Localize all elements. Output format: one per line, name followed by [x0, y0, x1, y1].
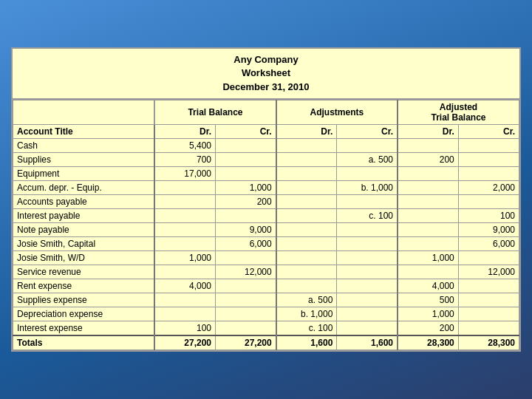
account-name-cell: Interest payable [13, 208, 155, 222]
data-cell [276, 279, 337, 293]
data-cell [276, 265, 337, 279]
account-name-cell: Service revenue [13, 265, 155, 279]
data-cell [458, 321, 519, 335]
header-adj-cr: Cr. [337, 124, 398, 138]
data-cell [458, 138, 519, 152]
header-tb-dr: Dr. [154, 124, 215, 138]
data-cell: 100 [154, 321, 215, 335]
data-cell [337, 250, 398, 265]
worksheet-container: Any Company Worksheet December 31, 2010 … [11, 47, 521, 352]
data-cell [215, 208, 276, 222]
data-cell [215, 321, 276, 335]
account-name-cell: Josie Smith, Capital [13, 236, 155, 250]
header-account-title: Account Title [13, 124, 155, 138]
header-atb-cr: Cr. [458, 124, 519, 138]
header-atb-dr: Dr. [398, 124, 458, 138]
data-cell [276, 166, 337, 180]
header-adjustments: Adjustments [276, 100, 398, 124]
title-line1: Any Company [233, 54, 298, 65]
data-cell: 1,000 [398, 307, 458, 321]
data-cell: b. 1,000 [337, 180, 398, 194]
data-cell [458, 194, 519, 208]
account-name-cell: Accum. depr. - Equip. [13, 180, 155, 194]
data-cell [337, 194, 398, 208]
data-cell [398, 166, 458, 180]
data-cell [154, 293, 215, 307]
data-cell: 1,000 [154, 250, 215, 265]
data-cell: 12,000 [458, 265, 519, 279]
data-cell: 28,300 [458, 335, 519, 350]
data-cell [337, 293, 398, 307]
header-adj-dr: Dr. [276, 124, 337, 138]
data-cell [154, 180, 215, 194]
data-cell [276, 236, 337, 250]
account-name-cell: Totals [13, 335, 155, 350]
data-cell [398, 236, 458, 250]
data-cell: 2,000 [458, 180, 519, 194]
data-cell: 4,000 [154, 279, 215, 293]
data-cell [337, 138, 398, 152]
data-cell: 100 [458, 208, 519, 222]
account-name-cell: Interest expense [13, 321, 155, 335]
data-cell [398, 194, 458, 208]
account-name-cell: Equipment [13, 166, 155, 180]
data-cell [337, 307, 398, 321]
data-cell: 500 [398, 293, 458, 307]
title-line2: Worksheet [242, 67, 290, 78]
data-cell: 9,000 [215, 222, 276, 236]
account-name-cell: Josie Smith, W/D [13, 250, 155, 265]
data-cell: 27,200 [154, 335, 215, 350]
data-cell [154, 194, 215, 208]
account-name-cell: Depreciation expense [13, 307, 155, 321]
data-cell [154, 222, 215, 236]
data-cell [215, 307, 276, 321]
data-cell: 12,000 [215, 265, 276, 279]
account-name-cell: Accounts payable [13, 194, 155, 208]
data-cell [398, 180, 458, 194]
account-name-cell: Cash [13, 138, 155, 152]
data-cell [276, 152, 337, 166]
data-cell [215, 279, 276, 293]
data-cell [337, 321, 398, 335]
data-cell [398, 222, 458, 236]
data-cell: 6,000 [458, 236, 519, 250]
data-cell: b. 1,000 [276, 307, 337, 321]
data-cell [337, 166, 398, 180]
data-cell: 9,000 [458, 222, 519, 236]
data-cell: a. 500 [276, 293, 337, 307]
data-cell [337, 279, 398, 293]
data-cell [154, 307, 215, 321]
data-cell: 1,000 [215, 180, 276, 194]
data-cell [154, 208, 215, 222]
data-cell [398, 138, 458, 152]
header-tb-cr: Cr. [215, 124, 276, 138]
data-cell: 200 [215, 194, 276, 208]
data-cell: 200 [398, 321, 458, 335]
data-cell: 17,000 [154, 166, 215, 180]
data-cell [276, 250, 337, 265]
data-cell [458, 166, 519, 180]
data-cell: a. 500 [337, 152, 398, 166]
data-cell [276, 194, 337, 208]
data-cell: c. 100 [276, 321, 337, 335]
data-cell [215, 138, 276, 152]
data-cell: 5,400 [154, 138, 215, 152]
data-cell: 1,600 [337, 335, 398, 350]
data-cell [337, 236, 398, 250]
data-cell [458, 307, 519, 321]
header-account-spacer [13, 100, 155, 124]
data-cell [276, 208, 337, 222]
data-cell [215, 250, 276, 265]
data-cell [154, 236, 215, 250]
account-name-cell: Rent expense [13, 279, 155, 293]
data-cell: 28,300 [398, 335, 458, 350]
data-cell: 1,600 [276, 335, 337, 350]
data-cell [276, 180, 337, 194]
worksheet-title: Any Company Worksheet December 31, 2010 [13, 49, 519, 100]
data-cell [276, 222, 337, 236]
data-cell: 700 [154, 152, 215, 166]
account-name-cell: Note payable [13, 222, 155, 236]
data-cell [215, 166, 276, 180]
data-cell [154, 265, 215, 279]
title-line3: December 31, 2010 [222, 81, 309, 92]
